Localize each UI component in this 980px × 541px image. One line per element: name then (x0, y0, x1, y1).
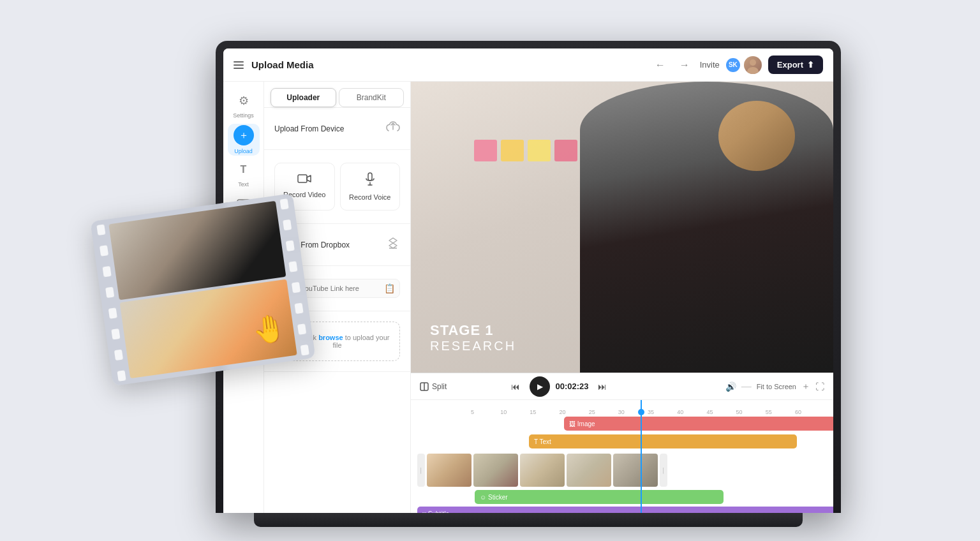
header-right: ← → Invite SK Export (651, 56, 823, 74)
right-controls: 🔊 — Fit to Screen ＋ ⛶ (725, 381, 824, 392)
track-text: T Text (411, 433, 833, 450)
skip-forward-button[interactable]: ⏭ (593, 378, 611, 396)
ruler-5: 5 (471, 409, 500, 415)
ruler-25: 25 (589, 409, 618, 415)
split-label: Split (432, 382, 447, 391)
video-frames-row: │ │ (411, 451, 833, 489)
sticky-yellow2 (528, 140, 551, 161)
sticker-clip[interactable]: ☺ Sticker (475, 490, 724, 504)
ruler-40: 40 (677, 409, 706, 415)
sidebar-item-upload[interactable]: ＋ Upload (228, 124, 260, 156)
laptop-base (254, 513, 803, 527)
frame-handle-left[interactable]: │ (417, 454, 425, 487)
stage-label: STAGE 1 (430, 322, 516, 339)
upload-device-section: Upload From Device (264, 108, 410, 150)
zoom-in-icon[interactable]: ＋ (801, 381, 810, 392)
sticky-yellow1 (501, 140, 524, 161)
svg-rect-6 (368, 173, 372, 181)
track-image: 🖼 Image (411, 415, 833, 432)
sticker-label: ☺ Sticker (480, 494, 508, 501)
settings-icon: ⚙ (235, 92, 253, 110)
video-preview: STAGE 1 RESEARCH (411, 82, 833, 373)
volume-icon[interactable]: 🔊 (725, 382, 736, 392)
timeline-ruler: 5 10 15 20 25 30 35 40 45 50 55 (411, 404, 833, 415)
frame-thumb-5 (613, 454, 658, 487)
video-icon (297, 172, 311, 187)
header-left: Upload Media (234, 59, 314, 70)
svg-point-1 (747, 67, 759, 74)
svg-rect-5 (298, 175, 307, 182)
text-icon: T (235, 161, 253, 179)
sticky-pink (474, 140, 497, 161)
tab-brandkit[interactable]: BrandKit (339, 88, 405, 107)
frame-handle-right[interactable]: │ (660, 454, 667, 487)
scene: 🤚 Upload Media ← → Invite SK (139, 28, 841, 513)
tab-bar: Uploader BrandKit (264, 82, 410, 108)
invite-button[interactable]: Invite (700, 60, 720, 70)
ruler-45: 45 (706, 409, 736, 415)
upload-cloud-icon (386, 121, 400, 137)
ruler-55: 55 (766, 409, 795, 415)
export-label: Export (777, 60, 803, 70)
frame-thumb-4 (567, 454, 611, 487)
laptop-shell: Upload Media ← → Invite SK (216, 41, 841, 513)
image-clip[interactable]: 🖼 Image (564, 417, 833, 431)
timeline-controls: Split ⏮ ▶ 00:02:23 ⏭ 🔊 — (411, 373, 833, 400)
export-button[interactable]: Export ⬆ (768, 56, 823, 74)
forward-button[interactable]: → (676, 56, 694, 74)
playhead[interactable] (641, 400, 642, 513)
video-overlay-text: STAGE 1 RESEARCH (430, 322, 516, 353)
track-sticker: ☺ Sticker (411, 489, 833, 505)
frame-thumb-1 (427, 454, 471, 487)
text-clip[interactable]: T Text (529, 434, 797, 448)
fit-screen-label: Fit to Screen (757, 383, 796, 390)
playback-controls: ⏮ ▶ 00:02:23 ⏭ (507, 376, 611, 397)
head-shape (718, 101, 795, 171)
user-avatar (744, 56, 762, 74)
play-button[interactable]: ▶ (530, 376, 550, 397)
split-button[interactable]: Split (420, 382, 447, 391)
skip-back-button[interactable]: ⏮ (507, 378, 524, 396)
record-voice-button[interactable]: Record Voice (340, 163, 401, 211)
upload-device-label: Upload From Device (274, 124, 344, 133)
image-label: 🖼 Image (569, 420, 595, 427)
browse-link[interactable]: browse (318, 334, 343, 341)
photo-scene: STAGE 1 RESEARCH (411, 82, 833, 373)
ruler-50: 50 (736, 409, 766, 415)
upload-icon: ＋ (234, 125, 254, 145)
app-body: ⚙ Settings ＋ Upload T Text (223, 82, 833, 513)
dash-separator: — (741, 381, 752, 392)
sidebar-item-settings[interactable]: ⚙ Settings (228, 89, 260, 121)
timeline-area: Split ⏮ ▶ 00:02:23 ⏭ 🔊 — (411, 373, 833, 513)
ruler-15: 15 (530, 409, 559, 415)
preview-area: STAGE 1 RESEARCH (411, 82, 833, 513)
export-icon: ⬆ (807, 60, 814, 70)
upload-from-device-row[interactable]: Upload From Device (272, 115, 403, 142)
sticky-pink2 (554, 140, 577, 161)
menu-icon[interactable] (234, 61, 244, 69)
text-track-label: T Text (534, 438, 551, 445)
film-strip-overlay: 🤚 (90, 193, 315, 386)
ruler-20: 20 (560, 409, 589, 415)
back-button[interactable]: ← (651, 56, 669, 74)
subtitle-clip[interactable]: □ Subtitle (417, 507, 833, 513)
track-subtitle: □ Subtitle (411, 506, 833, 513)
tab-uploader[interactable]: Uploader (271, 88, 336, 107)
svg-point-0 (750, 59, 756, 66)
sidebar-item-text[interactable]: T Text (228, 158, 260, 190)
fullscreen-icon[interactable]: ⛶ (815, 382, 824, 392)
laptop-screen: Upload Media ← → Invite SK (223, 48, 833, 513)
sidebar-label-upload: Upload (234, 148, 253, 154)
frame-thumb-3 (520, 454, 565, 487)
time-display: 00:02:23 (555, 382, 588, 391)
person-silhouette (580, 82, 833, 373)
ruler-60: 60 (795, 409, 824, 415)
frame-thumb-2 (473, 454, 518, 487)
dropbox-icon (386, 237, 400, 253)
app-header: Upload Media ← → Invite SK (223, 48, 833, 82)
film-frames (108, 201, 297, 378)
record-voice-label: Record Voice (349, 193, 390, 201)
playhead-marker (638, 409, 644, 415)
ruler-10: 10 (500, 409, 530, 415)
timeline-tracks: 5 10 15 20 25 30 35 40 45 50 55 (411, 400, 833, 513)
